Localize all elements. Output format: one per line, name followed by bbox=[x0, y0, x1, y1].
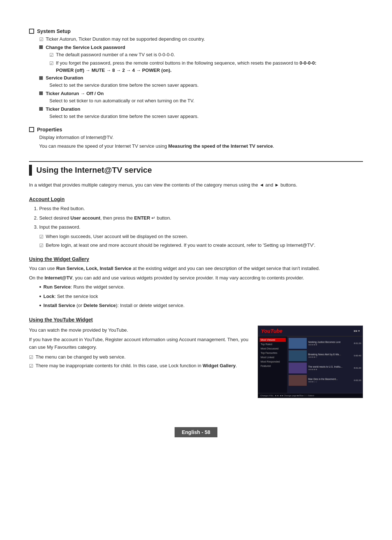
page-footer: English - 58 bbox=[29, 427, 363, 437]
yt-duration-1: 8:01:20 bbox=[351, 342, 361, 344]
yt-info-1: Seeking Justice Becomes Lore ★★★★★ bbox=[308, 341, 350, 346]
yt-sidebar-most-linked[interactable]: Most Linked bbox=[260, 355, 286, 359]
system-setup-heading: System Setup bbox=[29, 28, 363, 34]
youtube-line2: If you have the account in YouTube, Regi… bbox=[29, 336, 249, 351]
system-setup-note1: ☑ Ticker Autorun, Ticker Duration may no… bbox=[39, 36, 363, 43]
yt-sidebar-most-viewed[interactable]: Most Viewed bbox=[260, 338, 286, 342]
widget-gallery-heading: Using the Widget Gallery bbox=[29, 256, 363, 262]
youtube-widget-content: You can watch the movie provided by YouT… bbox=[29, 326, 363, 398]
page-number-label: English - 58 bbox=[182, 429, 211, 435]
yt-title-1: Seeking Justice Becomes Lore bbox=[308, 341, 350, 344]
note-icon-1: ☑ bbox=[39, 36, 44, 43]
step-3: Input the password. ☑ When login succeed… bbox=[39, 224, 363, 249]
yt-info-4: Man Dies in the Basement... ★★★☆☆ bbox=[308, 378, 350, 383]
youtube-screenshot: YouTube ▶▶ ■ Most Viewed Top Rated Most … bbox=[258, 326, 363, 398]
ticker-autorun: Ticker Autorun → Off / On Select to set … bbox=[39, 91, 363, 105]
bullet-lock: Lock: Set the service lock bbox=[39, 293, 363, 300]
note-icon-2: ☑ bbox=[49, 52, 54, 59]
service-duration: Service Duration Select to set the servi… bbox=[39, 75, 363, 89]
yt-header-right: ▶▶ ■ bbox=[354, 330, 360, 332]
youtube-text-content: You can watch the movie provided by YouT… bbox=[29, 326, 249, 398]
yt-thumb-4 bbox=[289, 375, 307, 386]
square-icon-1 bbox=[39, 45, 43, 49]
yt-thumb-1 bbox=[289, 338, 307, 349]
system-setup-section: System Setup ☑ Ticker Autorun, Ticker Du… bbox=[29, 28, 363, 120]
properties-heading: Properties bbox=[29, 127, 363, 132]
major-section-title: Using the Internet@TV service bbox=[29, 165, 363, 176]
yt-sidebar: Most Viewed Top Rated Most Discussed Top… bbox=[258, 336, 287, 398]
youtube-widget-heading: Using the YouTube Widget bbox=[29, 317, 363, 323]
note-icon-4: ☑ bbox=[39, 233, 44, 241]
yt-thumb-3 bbox=[289, 363, 307, 373]
change-lock-note1: ☑ The default password number of a new T… bbox=[49, 51, 363, 59]
yt-video-4: Man Dies in the Basement... ★★★☆☆ 0:02:2… bbox=[289, 375, 361, 386]
yt-video-1: Seeking Justice Becomes Lore ★★★★★ 8:01:… bbox=[289, 338, 361, 349]
note-icon-5: ☑ bbox=[39, 242, 44, 249]
widget-gallery-bullets: Run Service: Runs the widget service. Lo… bbox=[39, 283, 363, 310]
change-service-lock: Change the Service Lock password ☑ The d… bbox=[39, 45, 363, 74]
ticker-autorun-text: Select to set ticker to run automaticall… bbox=[49, 97, 363, 105]
properties-line1: Display information of Internet@TV. bbox=[39, 134, 363, 142]
yt-body: Most Viewed Top Rated Most Discussed Top… bbox=[258, 336, 363, 398]
properties-section: Properties Display information of Intern… bbox=[29, 127, 363, 150]
login-note1: ☑ When login succeeds, User account will… bbox=[39, 233, 363, 241]
yt-sidebar-top-rated[interactable]: Top Rated bbox=[260, 342, 286, 346]
note-icon-6: ☑ bbox=[29, 354, 33, 361]
yt-duration-3: 8:01:20 bbox=[351, 367, 361, 369]
note-icon-3: ☑ bbox=[49, 60, 54, 67]
account-login-heading: Account Login bbox=[29, 196, 363, 202]
widget-gallery-line2: On the Internet@TV, you can add and use … bbox=[29, 274, 363, 282]
yt-thumb-2 bbox=[289, 350, 307, 361]
account-login-section: Account Login Press the Red button. Sele… bbox=[29, 196, 363, 249]
login-note2: ☑ Before login, at least one and more ac… bbox=[39, 242, 363, 249]
yt-title-2: Breaking News Alert by E-Ma... bbox=[308, 353, 350, 356]
yt-sidebar-top-favourites[interactable]: Top Favourites bbox=[260, 351, 286, 355]
yt-title-4: Man Dies in the Basement... bbox=[308, 378, 350, 381]
change-lock-note2: ☑ If you forget the password, press the … bbox=[49, 60, 363, 74]
yt-video-2: Breaking News Alert by E-Ma... ★★★★☆ 0:0… bbox=[289, 350, 361, 361]
yt-meta-4: ★★★☆☆ bbox=[308, 381, 350, 383]
major-section-intro: In a widget that provides multiple categ… bbox=[29, 181, 363, 189]
yt-meta-2: ★★★★☆ bbox=[308, 356, 350, 358]
yt-content: Seeking Justice Becomes Lore ★★★★★ 8:01:… bbox=[287, 336, 363, 398]
yt-meta-1: ★★★★★ bbox=[308, 344, 350, 346]
step-2: Select desired User account, then press … bbox=[39, 214, 363, 222]
account-login-steps: Press the Red button. Select desired Use… bbox=[39, 205, 363, 249]
youtube-widget-section: Using the YouTube Widget You can watch t… bbox=[29, 317, 363, 398]
ticker-duration: Ticker Duration Select to set the servic… bbox=[39, 106, 363, 120]
bullet-install-service: Install Service (or Delete Service): Ins… bbox=[39, 302, 363, 310]
yt-meta-3: ★★★★★ bbox=[308, 368, 350, 371]
youtube-note1: ☑ The menu can be changed by web service… bbox=[29, 353, 249, 361]
widget-gallery-section: Using the Widget Gallery You can use Run… bbox=[29, 256, 363, 310]
checkbox-icon bbox=[29, 29, 34, 34]
square-icon-2 bbox=[39, 76, 43, 80]
yt-sidebar-most-responded[interactable]: Most Responded bbox=[260, 360, 286, 364]
properties-line2: You can measure the speed of your Intern… bbox=[39, 143, 363, 150]
yt-sidebar-most-discussed[interactable]: Most Discussed bbox=[260, 347, 286, 351]
yt-info-2: Breaking News Alert by E-Ma... ★★★★☆ bbox=[308, 353, 350, 358]
internet-tv-section: Using the Internet@TV service In a widge… bbox=[29, 161, 363, 398]
bullet-run-service: Run Service: Runs the widget service. bbox=[39, 283, 363, 291]
page-number-box: English - 58 bbox=[175, 427, 218, 437]
step-1: Press the Red button. bbox=[39, 205, 363, 213]
yt-sidebar-featured[interactable]: Featured bbox=[260, 364, 286, 368]
yt-duration-2: 0:00:40 bbox=[351, 355, 361, 357]
youtube-line1: You can watch the movie provided by YouT… bbox=[29, 327, 249, 334]
yt-duration-4: 0:02:20 bbox=[351, 379, 361, 381]
square-icon-3 bbox=[39, 91, 43, 95]
youtube-logo: YouTube bbox=[261, 328, 282, 334]
widget-gallery-line1: You can use Run Service, Lock, Install S… bbox=[29, 265, 363, 273]
ticker-duration-text: Select to set the service duration time … bbox=[49, 113, 363, 120]
note-icon-7: ☑ bbox=[29, 363, 33, 370]
service-duration-text: Select to set the service duration time … bbox=[49, 82, 363, 89]
yt-info-3: The world reacts to U.S. Institu... ★★★★… bbox=[308, 365, 350, 371]
yt-video-3: The world reacts to U.S. Institu... ★★★★… bbox=[289, 363, 361, 373]
square-icon-4 bbox=[39, 107, 43, 111]
checkbox-icon-2 bbox=[29, 127, 34, 132]
yt-title-3: The world reacts to U.S. Institu... bbox=[308, 365, 350, 368]
yt-header: YouTube ▶▶ ■ bbox=[258, 326, 363, 336]
youtube-note2: ☑ There may be inappropriate contents fo… bbox=[29, 362, 249, 370]
section-bar-icon bbox=[29, 165, 32, 176]
yt-footer: Change #-No. ◄◄ ◄►Change page ■ Blue □ □… bbox=[258, 393, 363, 398]
